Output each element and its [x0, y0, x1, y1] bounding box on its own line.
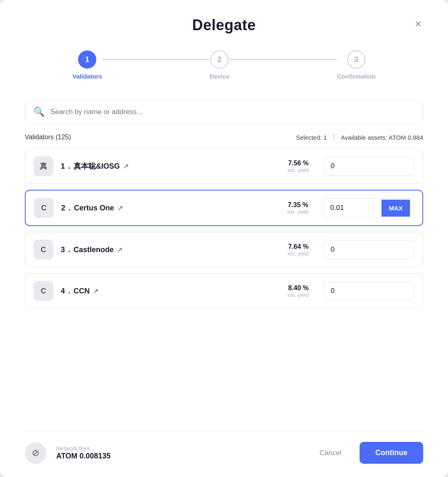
validator-3-icon: C — [33, 240, 53, 260]
validator-4-amount-wrap — [324, 281, 415, 301]
validator-row-3[interactable]: C 3. Castlenode ↗ 7.64 % est. yield — [25, 232, 423, 267]
available-assets: Available assets: ATOM 0.884 — [341, 134, 423, 141]
step-1-label: Validators — [72, 73, 102, 80]
external-link-icon-2[interactable]: ↗ — [117, 204, 123, 212]
validator-3-yield: 7.64 % est. yield — [288, 243, 309, 257]
validator-2-yield: 7.35 % est. yield — [287, 201, 308, 215]
validator-row-4[interactable]: C 4. CCN ↗ 8.40 % est. yield — [25, 273, 423, 309]
validator-1-amount-wrap — [324, 157, 415, 176]
fee-icon: ⊘ — [25, 442, 46, 464]
validators-count: Validators (125) — [25, 134, 71, 141]
external-link-icon-3[interactable]: ↗ — [117, 246, 122, 254]
validators-list: 真 1. 真本聡&IOSG ↗ 7.56 % est. yield C 2. C… — [25, 148, 423, 432]
validator-2-icon: C — [34, 198, 54, 218]
external-link-icon-1[interactable]: ↗ — [123, 162, 129, 170]
validator-2-amount-input[interactable] — [324, 199, 381, 217]
meta-divider — [334, 134, 334, 141]
step-device: 2 Device — [210, 50, 229, 80]
validator-4-name: 4. CCN ↗ — [61, 287, 280, 296]
external-link-icon-4[interactable]: ↗ — [93, 287, 98, 295]
validator-1-icon: 真 — [33, 156, 53, 176]
validator-row-2[interactable]: C 2. Certus One ↗ 7.35 % est. yield MAX — [25, 190, 423, 226]
close-button[interactable]: × — [413, 17, 423, 31]
step-2-circle: 2 — [210, 50, 229, 69]
validator-4-yield: 8.40 % est. yield — [288, 284, 309, 298]
search-input[interactable] — [50, 108, 415, 116]
step-line-2 — [229, 59, 337, 60]
max-button-2[interactable]: MAX — [381, 200, 410, 217]
list-meta-right: Selected: 1 Available assets: ATOM 0.884 — [296, 134, 423, 141]
validator-3-amount-wrap — [324, 240, 415, 259]
step-3-circle: 3 — [347, 50, 365, 69]
modal-title: Delegate — [192, 17, 256, 34]
step-1-circle: 1 — [78, 50, 96, 69]
modal-header: Delegate × — [25, 17, 423, 34]
stepper: 1 Validators 2 Device 3 Confirmation — [25, 50, 423, 80]
step-2-label: Device — [210, 73, 229, 80]
validator-2-amount-wrap: MAX — [323, 198, 414, 217]
validator-3-amount-input[interactable] — [324, 241, 382, 259]
validator-4-icon: C — [33, 281, 53, 301]
fee-amount: ATOM 0.008135 — [56, 452, 301, 460]
continue-button[interactable]: Continue — [360, 442, 423, 464]
validator-1-yield: 7.56 % est. yield — [288, 160, 309, 173]
search-bar: 🔍 — [25, 100, 423, 124]
selected-count: Selected: 1 — [296, 134, 327, 141]
validator-2-name: 2. Certus One ↗ — [61, 204, 280, 212]
validator-4-amount-input[interactable] — [324, 282, 382, 300]
cancel-button[interactable]: Cancel — [311, 443, 350, 463]
step-confirmation: 3 Confirmation — [337, 50, 375, 80]
footer: ⊘ Network fees ATOM 0.008135 Cancel Cont… — [25, 432, 423, 477]
fee-info: Network fees ATOM 0.008135 — [56, 445, 301, 460]
search-icon: 🔍 — [33, 107, 45, 117]
validator-3-name: 3. Castlenode ↗ — [61, 246, 280, 254]
fee-label: Network fees — [56, 445, 301, 452]
validator-1-amount-input[interactable] — [324, 157, 382, 175]
delegate-modal: Delegate × 1 Validators 2 Device 3 Confi… — [0, 0, 448, 477]
list-meta: Validators (125) Selected: 1 Available a… — [25, 134, 423, 141]
step-validators: 1 Validators — [72, 50, 102, 80]
step-line-1 — [102, 59, 210, 60]
validator-row-1[interactable]: 真 1. 真本聡&IOSG ↗ 7.56 % est. yield — [25, 148, 423, 184]
validator-1-name: 1. 真本聡&IOSG ↗ — [61, 161, 280, 171]
step-3-label: Confirmation — [337, 73, 375, 80]
